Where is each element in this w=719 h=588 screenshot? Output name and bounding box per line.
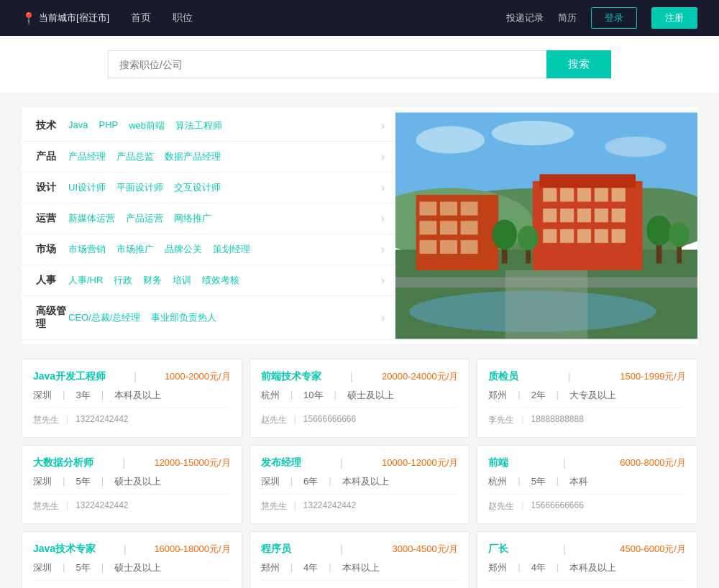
category-tags: CEO/总裁/总经理事业部负责热人 <box>68 311 381 324</box>
search-input[interactable] <box>108 50 546 78</box>
category-tag[interactable]: 网络推广 <box>174 212 211 225</box>
job-card-mid: 深圳 | 5年 | 硕士及以上 <box>33 561 231 574</box>
chevron-right-icon: › <box>381 181 385 194</box>
contact-phone: 18888888888 <box>531 414 583 426</box>
category-tag[interactable]: Java <box>68 119 88 132</box>
category-tag[interactable]: 品牌公关 <box>165 243 202 256</box>
category-tag[interactable]: 平面设计师 <box>116 181 163 194</box>
job-title: Java开发工程师 <box>33 370 106 383</box>
contact-phone: 13224242442 <box>303 500 356 513</box>
job-card-mid: 郑州 | 4年 | 本科及以上 <box>488 561 686 574</box>
header-left: 📍 当前城市[宿迁市] 首页 职位 <box>22 12 193 25</box>
job-salary-divider: | <box>134 371 137 382</box>
category-tag[interactable]: 行政 <box>114 274 132 287</box>
category-row[interactable]: 产品产品经理产品总监数据产品经理› <box>22 142 395 173</box>
svg-rect-11 <box>543 188 557 202</box>
city-selector[interactable]: 📍 当前城市[宿迁市] <box>22 12 109 25</box>
job-card[interactable]: 厂长 | 4500-6000元/月 郑州 | 4年 | 本科及以上 李先生 | … <box>477 531 697 588</box>
category-tag[interactable]: 数据产品经理 <box>165 150 221 163</box>
header-delivery-record[interactable]: 投递记录 <box>506 12 544 24</box>
category-tag[interactable]: 财务 <box>143 274 162 287</box>
job-card[interactable]: 发布经理 | 10000-12000元/月 深圳 | 6年 | 本科及以上 慧先… <box>249 445 470 524</box>
category-tag[interactable]: 培训 <box>173 274 191 287</box>
job-education: 本科及以上 <box>342 475 389 488</box>
job-card-bottom: 慧先生 | 13224242442 <box>33 580 231 588</box>
category-tag[interactable]: web前端 <box>129 119 165 132</box>
job-card[interactable]: 质检员 | 1500-1999元/月 郑州 | 2年 | 大专及以上 李先生 |… <box>477 359 697 438</box>
separator-2: | <box>101 475 104 488</box>
header-resume[interactable]: 简历 <box>558 12 577 24</box>
category-row[interactable]: 市场市场营销市场推广品牌公关策划经理› <box>22 234 395 265</box>
category-tag[interactable]: 产品总监 <box>116 150 154 163</box>
job-education: 本科及以上 <box>569 561 616 574</box>
category-tag[interactable]: CEO/总裁/总经理 <box>68 311 140 324</box>
separator-1: | <box>290 561 293 574</box>
job-card-top: 发布经理 | 10000-12000元/月 <box>261 456 459 469</box>
contact-name: 李先生 <box>488 414 514 426</box>
job-card[interactable]: Java技术专家 | 16000-18000元/月 深圳 | 5年 | 硕士及以… <box>22 531 242 588</box>
job-experience: 5年 <box>75 475 90 488</box>
contact-divider: | <box>294 414 296 426</box>
category-tag[interactable]: PHP <box>99 119 118 132</box>
job-salary-divider: | <box>563 543 566 555</box>
category-tag[interactable]: 交互设计师 <box>174 181 221 194</box>
svg-rect-27 <box>419 202 436 216</box>
separator-2: | <box>329 475 331 488</box>
svg-rect-45 <box>505 270 588 339</box>
job-card-bottom: 赵先生 | 15666666666 <box>261 408 459 426</box>
svg-rect-17 <box>560 208 574 222</box>
job-card[interactable]: 程序员 | 3000-4500元/月 郑州 | 4年 | 本科以上 赵先生 | … <box>249 531 470 588</box>
category-tag[interactable]: UI设计师 <box>68 181 106 194</box>
job-experience: 10年 <box>303 389 323 402</box>
separator-1: | <box>63 389 65 402</box>
job-card[interactable]: 前端技术专家 | 20000-24000元/月 杭州 | 10年 | 硕士及以上… <box>249 359 470 438</box>
category-tag[interactable]: 新媒体运营 <box>68 212 115 225</box>
search-button[interactable]: 搜索 <box>546 50 611 78</box>
category-row[interactable]: 运营新媒体运营产品运营网络推广› <box>22 203 395 234</box>
category-row[interactable]: 高级管理CEO/总裁/总经理事业部负责热人› <box>22 296 395 340</box>
job-salary: 3000-4500元/月 <box>393 543 459 556</box>
category-tag[interactable]: 事业部负责热人 <box>151 311 216 324</box>
category-tag[interactable]: 策划经理 <box>213 243 250 256</box>
category-tag[interactable]: 市场营销 <box>68 243 106 256</box>
category-row[interactable]: 人事人事/HR行政财务培训绩效考核› <box>22 265 395 296</box>
job-card[interactable]: 大数据分析师 | 12000-15000元/月 深圳 | 5年 | 硕士及以上 … <box>22 445 242 524</box>
job-card[interactable]: Java开发工程师 | 1000-2000元/月 深圳 | 3年 | 本科及以上… <box>22 359 242 438</box>
contact-divider: | <box>66 500 68 513</box>
separator-2: | <box>557 389 559 402</box>
jobs-grid: Java开发工程师 | 1000-2000元/月 深圳 | 3年 | 本科及以上… <box>22 359 697 588</box>
svg-rect-18 <box>577 208 591 222</box>
svg-rect-16 <box>543 208 557 222</box>
login-button[interactable]: 登录 <box>591 7 637 29</box>
category-tag[interactable]: 产品经理 <box>68 150 106 163</box>
svg-rect-23 <box>577 229 591 243</box>
category-tag[interactable]: 绩效考核 <box>202 274 239 287</box>
category-tag[interactable]: 市场推广 <box>116 243 154 256</box>
category-tag[interactable]: 产品运营 <box>126 212 163 225</box>
job-experience: 4年 <box>531 561 546 574</box>
separator-2: | <box>557 475 559 488</box>
separator-1: | <box>518 561 520 574</box>
separator-2: | <box>101 561 104 574</box>
job-card[interactable]: 前端 | 6000-8000元/月 杭州 | 5年 | 本科 赵先生 | 156… <box>477 445 697 524</box>
contact-divider: | <box>521 500 523 513</box>
category-name: 技术 <box>36 119 68 132</box>
job-salary: 20000-24000元/月 <box>382 370 458 383</box>
job-salary: 12000-15000元/月 <box>154 456 230 469</box>
nav-jobs[interactable]: 职位 <box>173 12 193 24</box>
campus-image <box>395 107 697 344</box>
separator-1: | <box>63 475 65 488</box>
job-title: 发布经理 <box>261 456 301 469</box>
job-city: 深圳 <box>33 389 52 402</box>
category-tag[interactable]: 人事/HR <box>68 274 103 287</box>
job-title: 厂长 <box>488 543 508 556</box>
category-row[interactable]: 技术JavaPHPweb前端算法工程师› <box>22 111 395 142</box>
category-row[interactable]: 设计UI设计师平面设计师交互设计师› <box>22 173 395 203</box>
category-name: 运营 <box>36 212 68 225</box>
category-tag[interactable]: 算法工程师 <box>175 119 222 132</box>
register-button[interactable]: 注册 <box>651 7 697 29</box>
job-city: 杭州 <box>261 389 280 402</box>
nav-home[interactable]: 首页 <box>131 12 151 24</box>
job-card-top: Java技术专家 | 16000-18000元/月 <box>33 543 231 556</box>
svg-rect-14 <box>595 188 608 202</box>
